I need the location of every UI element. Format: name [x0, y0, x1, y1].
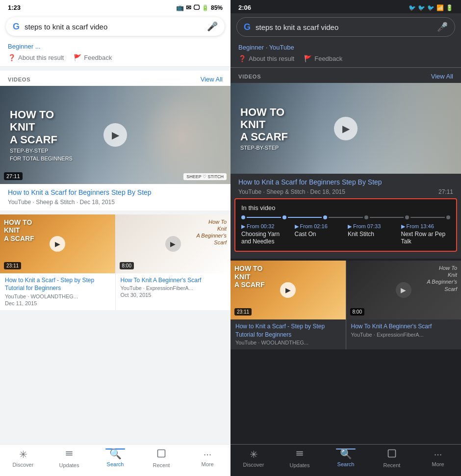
chapter-2[interactable]: ▶ From 02:16 Cast On [295, 223, 344, 246]
chapter-time-2: ▶ From 02:16 [295, 223, 344, 230]
chapters-dots [241, 215, 450, 219]
chapter-name-1: Choosing Yarn and Needles [241, 231, 291, 246]
small-video-title-r2[interactable]: How To Knit A Beginner's Scarf [351, 322, 457, 331]
small-play-1[interactable]: ▶ [50, 236, 65, 252]
video-title-line3-right: A SCARF [240, 131, 288, 143]
nav-more-right[interactable]: ··· More [415, 449, 461, 468]
feedback-right[interactable]: 🚩 Feedback [304, 55, 342, 62]
chapter-name-3: Knit Stitch [348, 231, 397, 238]
about-result-right[interactable]: ❓ About this result [238, 55, 294, 62]
dot-4 [364, 215, 368, 219]
main-video-thumb-left[interactable]: HOW TO KNIT A SCARF STEP-BY-STEP FOR TOT… [0, 86, 230, 184]
time-right: 2:06 [238, 4, 251, 11]
play-button-left[interactable]: ▶ [103, 123, 127, 147]
about-result-left[interactable]: ❓ About this result [8, 54, 64, 61]
nav-discover-right[interactable]: ✳ Discover [230, 449, 277, 468]
nav-label-search-right: Search [337, 461, 355, 467]
dot-line-4 [370, 217, 404, 218]
video-card-right-1[interactable]: HOW TOKNITA SCARF ▶ 23:11 How to Knit a … [230, 261, 346, 350]
small-thumb-text-1: HOW TOKNITA SCARF [4, 218, 34, 243]
chapter-1[interactable]: ▶ From 00:32 Choosing Yarn and Needles [241, 223, 291, 246]
play-button-right[interactable]: ▶ [334, 117, 358, 140]
status-bar-right: 2:06 🐦 🐦 🐦 📶 🔋 [230, 0, 461, 13]
in-this-video-label: In this video [241, 204, 450, 212]
video-title-line2-left: KNIT [10, 121, 35, 133]
small-duration-r2: 8:00 [350, 308, 364, 316]
updates-icon-left [64, 449, 74, 461]
recent-icon-right [387, 449, 397, 461]
nav-search-right[interactable]: 🔍 Search [323, 449, 369, 468]
nav-recent-left[interactable]: Recent [138, 449, 184, 468]
video-meta-right: How to Knit a Scarf for Beginners Step B… [230, 174, 461, 196]
nav-recent-right[interactable]: Recent [369, 449, 415, 468]
chapter-time-4: ▶ From 13:46 [401, 223, 451, 230]
chapter-4[interactable]: ▶ From 13:46 Next Row ar Pep Talk [401, 223, 451, 246]
nav-label-more-right: More [432, 461, 444, 467]
view-all-left[interactable]: View All [201, 76, 223, 83]
nav-updates-left[interactable]: Updates [46, 449, 92, 468]
logo-badge-left: SHEEP ♡ STITCH [183, 173, 227, 180]
bottom-nav-left: ✳ Discover Updates 🔍 Search Recent ··· M… [0, 444, 230, 476]
small-video-title-1[interactable]: How to Knit a Scarf - Step by Step Tutor… [5, 276, 110, 293]
signal-icon: 📶 [436, 4, 444, 11]
question-icon-right: ❓ [238, 55, 246, 62]
search-container-right[interactable]: G steps to knit a scarf video 🎤 [236, 17, 455, 37]
chapter-3[interactable]: ▶ From 07:33 Knit Stitch [348, 223, 397, 246]
small-thumb-left-1[interactable]: HOW TOKNITA SCARF ▶ 23:11 [0, 214, 115, 273]
twitter-icon-1: 🐦 [409, 4, 416, 11]
mic-icon-right[interactable]: 🎤 [437, 22, 448, 32]
beginner-link-left: Beginner ... [0, 41, 230, 51]
nav-label-recent-left: Recent [153, 462, 170, 468]
small-duration-1: 23:11 [4, 262, 21, 269]
mic-icon-left[interactable]: 🎤 [207, 21, 218, 32]
videos-label-right: VIDEOS [238, 74, 261, 79]
small-play-r1[interactable]: ▶ [280, 282, 296, 298]
small-thumb-right-1[interactable]: HOW TOKNITA SCARF ▶ 23:11 [230, 261, 346, 319]
screen-icon: 🖵 [193, 4, 200, 11]
video-title-link-right[interactable]: How to Knit a Scarf for Beginners Step B… [238, 178, 453, 187]
result-info-right: ❓ About this result 🚩 Feedback [230, 52, 461, 68]
updates-icon-right [295, 449, 305, 461]
search-container-left[interactable]: G steps to knit a scarf video 🎤 [6, 17, 225, 36]
question-icon-left: ❓ [8, 54, 16, 61]
video-title-link-left[interactable]: How to Knit a Scarf for Beginners Step B… [8, 188, 223, 198]
battery-icon: 🔋 [202, 4, 209, 11]
video-card-left-2[interactable]: How ToKnitA Beginner'sScarf ▶ 8:00 How T… [116, 214, 231, 311]
twitter-icon-3: 🐦 [427, 4, 435, 11]
chapter-play-1: ▶ [241, 223, 245, 230]
search-icon-right: 🔍 [340, 448, 352, 460]
video-card-right-2[interactable]: How ToKnitA Beginner'sScarf ▶ 8:00 How T… [346, 261, 461, 350]
nav-more-left[interactable]: ··· More [184, 449, 230, 468]
video-subtitle2-left: FOR TOTAL BEGINNERS [10, 156, 73, 161]
video-subtitle-left: STEP-BY-STEP [10, 148, 48, 154]
twitter-icon-2: 🐦 [418, 4, 425, 11]
main-video-thumb-right[interactable]: HOW TO KNIT A SCARF STEP-BY-STEP ▶ [230, 83, 461, 174]
nav-search-left[interactable]: 🔍 Search [92, 449, 138, 468]
small-thumb-right-2[interactable]: How ToKnitA Beginner'sScarf ▶ 8:00 [346, 261, 461, 319]
status-bar-left: 1:23 📺 ✉ 🖵 🔋 85% [0, 0, 230, 13]
chapter-time-3: ▶ From 07:33 [348, 223, 397, 230]
feedback-left[interactable]: 🚩 Feedback [74, 54, 112, 61]
nav-label-more-left: More [201, 461, 213, 467]
svg-rect-0 [158, 450, 165, 457]
small-thumb-left-2[interactable]: How ToKnitA Beginner'sScarf ▶ 8:00 [116, 214, 231, 273]
dot-2 [282, 215, 286, 219]
dot-line-5 [410, 217, 445, 218]
small-video-source-1: YouTube · WOOLANDTHEG... [5, 293, 110, 299]
small-video-info-2: How To Knit A Beginner's Scarf YouTube ·… [116, 273, 231, 298]
videos-header-right: VIDEOS View All [230, 68, 461, 83]
search-bar-right: G steps to knit a scarf video 🎤 [230, 13, 461, 42]
view-all-right[interactable]: View All [431, 73, 453, 80]
small-play-2[interactable]: ▶ [165, 236, 181, 252]
search-icon-left: 🔍 [109, 448, 122, 460]
small-play-r2[interactable]: ▶ [396, 282, 411, 298]
search-bar-left: G steps to knit a scarf video 🎤 [0, 13, 230, 41]
small-video-source-2: YouTube · ExpressionFiberA... [121, 285, 226, 291]
nav-updates-right[interactable]: Updates [277, 449, 323, 468]
small-video-title-2[interactable]: How To Knit A Beginner's Scarf [121, 276, 226, 285]
nav-discover-left[interactable]: ✳ Discover [0, 449, 46, 468]
small-video-title-r1[interactable]: How to Knit a Scarf - Step by Step Tutor… [235, 322, 341, 339]
discover-icon-left: ✳ [19, 449, 27, 460]
video-card-left-1[interactable]: HOW TOKNITA SCARF ▶ 23:11 How to Knit a … [0, 214, 115, 311]
status-icons-right: 🐦 🐦 🐦 📶 🔋 [409, 4, 453, 11]
